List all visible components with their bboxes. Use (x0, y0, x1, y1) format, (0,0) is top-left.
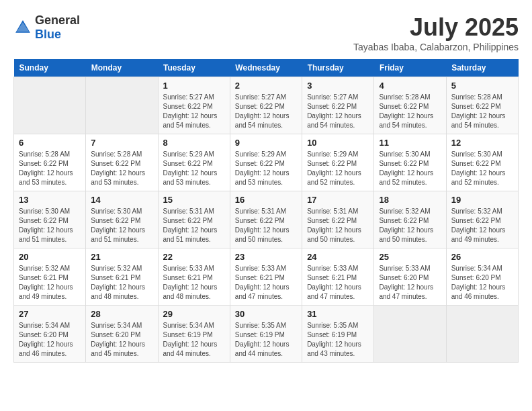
logo-blue: Blue (35, 28, 61, 41)
day-number: 2 (235, 81, 297, 91)
day-number: 15 (163, 195, 225, 205)
title-block: July 2025 Tayabas Ibaba, Calabarzon, Phi… (353, 13, 519, 52)
calendar-cell: 20Sunrise: 5:32 AM Sunset: 6:21 PM Dayli… (14, 248, 86, 306)
day-info: Sunrise: 5:34 AM Sunset: 6:20 PM Dayligh… (451, 264, 513, 302)
page-header: General Blue July 2025 Tayabas Ibaba, Ca… (13, 13, 519, 52)
calendar-cell: 10Sunrise: 5:29 AM Sunset: 6:22 PM Dayli… (302, 134, 374, 191)
day-info: Sunrise: 5:33 AM Sunset: 6:21 PM Dayligh… (307, 264, 369, 302)
calendar-cell: 16Sunrise: 5:31 AM Sunset: 6:22 PM Dayli… (230, 191, 302, 248)
day-of-week-header: Friday (374, 59, 446, 77)
calendar-week-row: 6Sunrise: 5:28 AM Sunset: 6:22 PM Daylig… (14, 134, 519, 191)
day-of-week-header: Wednesday (230, 59, 302, 77)
day-info: Sunrise: 5:35 AM Sunset: 6:19 PM Dayligh… (235, 321, 297, 359)
main-title: July 2025 (353, 13, 519, 42)
logo-general: General (35, 13, 80, 27)
day-of-week-header: Saturday (446, 59, 518, 77)
calendar-week-row: 27Sunrise: 5:34 AM Sunset: 6:20 PM Dayli… (14, 306, 519, 363)
day-number: 3 (307, 81, 369, 91)
calendar-week-row: 13Sunrise: 5:30 AM Sunset: 6:22 PM Dayli… (14, 191, 519, 248)
calendar-cell: 21Sunrise: 5:32 AM Sunset: 6:21 PM Dayli… (86, 248, 158, 306)
day-info: Sunrise: 5:32 AM Sunset: 6:22 PM Dayligh… (379, 207, 441, 244)
calendar-cell: 23Sunrise: 5:33 AM Sunset: 6:21 PM Dayli… (230, 248, 302, 306)
day-info: Sunrise: 5:33 AM Sunset: 6:20 PM Dayligh… (379, 264, 441, 302)
calendar-cell: 13Sunrise: 5:30 AM Sunset: 6:22 PM Dayli… (14, 191, 86, 248)
day-of-week-header: Thursday (302, 59, 374, 77)
day-of-week-header: Sunday (14, 59, 86, 77)
day-number: 26 (451, 252, 513, 262)
calendar-cell: 6Sunrise: 5:28 AM Sunset: 6:22 PM Daylig… (14, 134, 86, 191)
subtitle: Tayabas Ibaba, Calabarzon, Philippines (353, 42, 519, 52)
day-info: Sunrise: 5:28 AM Sunset: 6:22 PM Dayligh… (91, 150, 152, 187)
day-number: 9 (235, 138, 297, 148)
day-info: Sunrise: 5:29 AM Sunset: 6:22 PM Dayligh… (163, 150, 225, 187)
day-number: 25 (379, 252, 441, 262)
calendar-cell: 3Sunrise: 5:27 AM Sunset: 6:22 PM Daylig… (302, 77, 374, 134)
calendar-cell: 15Sunrise: 5:31 AM Sunset: 6:22 PM Dayli… (158, 191, 230, 248)
day-info: Sunrise: 5:30 AM Sunset: 6:22 PM Dayligh… (19, 207, 81, 244)
calendar-cell (446, 306, 518, 363)
day-info: Sunrise: 5:34 AM Sunset: 6:19 PM Dayligh… (163, 321, 225, 359)
calendar-cell: 26Sunrise: 5:34 AM Sunset: 6:20 PM Dayli… (446, 248, 518, 306)
calendar-cell: 28Sunrise: 5:34 AM Sunset: 6:20 PM Dayli… (86, 306, 158, 363)
day-number: 30 (235, 309, 297, 319)
day-info: Sunrise: 5:30 AM Sunset: 6:22 PM Dayligh… (451, 150, 513, 187)
day-info: Sunrise: 5:29 AM Sunset: 6:22 PM Dayligh… (307, 150, 369, 187)
day-number: 4 (379, 81, 441, 91)
day-info: Sunrise: 5:32 AM Sunset: 6:21 PM Dayligh… (91, 264, 152, 302)
calendar-cell: 9Sunrise: 5:29 AM Sunset: 6:22 PM Daylig… (230, 134, 302, 191)
day-number: 22 (163, 252, 225, 262)
day-number: 1 (163, 81, 225, 91)
calendar-cell (374, 306, 446, 363)
calendar-cell: 5Sunrise: 5:28 AM Sunset: 6:22 PM Daylig… (446, 77, 518, 134)
day-info: Sunrise: 5:31 AM Sunset: 6:22 PM Dayligh… (235, 207, 297, 244)
calendar-cell: 8Sunrise: 5:29 AM Sunset: 6:22 PM Daylig… (158, 134, 230, 191)
calendar-cell: 22Sunrise: 5:33 AM Sunset: 6:21 PM Dayli… (158, 248, 230, 306)
day-number: 20 (19, 252, 81, 262)
day-number: 8 (163, 138, 225, 148)
day-number: 29 (163, 309, 225, 319)
day-number: 5 (451, 81, 513, 91)
calendar-cell: 25Sunrise: 5:33 AM Sunset: 6:20 PM Dayli… (374, 248, 446, 306)
day-number: 7 (91, 138, 152, 148)
day-info: Sunrise: 5:32 AM Sunset: 6:21 PM Dayligh… (19, 264, 81, 302)
day-number: 17 (307, 195, 369, 205)
calendar-cell: 19Sunrise: 5:32 AM Sunset: 6:22 PM Dayli… (446, 191, 518, 248)
day-info: Sunrise: 5:32 AM Sunset: 6:22 PM Dayligh… (451, 207, 513, 244)
day-info: Sunrise: 5:27 AM Sunset: 6:22 PM Dayligh… (235, 93, 297, 130)
day-info: Sunrise: 5:28 AM Sunset: 6:22 PM Dayligh… (379, 93, 441, 130)
day-info: Sunrise: 5:27 AM Sunset: 6:22 PM Dayligh… (307, 93, 369, 130)
day-number: 19 (451, 195, 513, 205)
day-info: Sunrise: 5:28 AM Sunset: 6:22 PM Dayligh… (19, 150, 81, 187)
calendar-cell: 30Sunrise: 5:35 AM Sunset: 6:19 PM Dayli… (230, 306, 302, 363)
day-number: 10 (307, 138, 369, 148)
calendar-cell: 12Sunrise: 5:30 AM Sunset: 6:22 PM Dayli… (446, 134, 518, 191)
calendar-cell: 27Sunrise: 5:34 AM Sunset: 6:20 PM Dayli… (14, 306, 86, 363)
day-info: Sunrise: 5:30 AM Sunset: 6:22 PM Dayligh… (379, 150, 441, 187)
calendar-cell: 24Sunrise: 5:33 AM Sunset: 6:21 PM Dayli… (302, 248, 374, 306)
day-of-week-header: Tuesday (158, 59, 230, 77)
calendar-cell: 17Sunrise: 5:31 AM Sunset: 6:22 PM Dayli… (302, 191, 374, 248)
day-number: 11 (379, 138, 441, 148)
calendar-cell (86, 77, 158, 134)
logo-icon (13, 18, 32, 37)
day-info: Sunrise: 5:33 AM Sunset: 6:21 PM Dayligh… (163, 264, 225, 302)
calendar-table: SundayMondayTuesdayWednesdayThursdayFrid… (13, 59, 519, 363)
day-number: 27 (19, 309, 81, 319)
calendar-cell: 1Sunrise: 5:27 AM Sunset: 6:22 PM Daylig… (158, 77, 230, 134)
calendar-cell: 14Sunrise: 5:30 AM Sunset: 6:22 PM Dayli… (86, 191, 158, 248)
calendar-cell (14, 77, 86, 134)
day-info: Sunrise: 5:29 AM Sunset: 6:22 PM Dayligh… (235, 150, 297, 187)
day-number: 23 (235, 252, 297, 262)
calendar-cell: 29Sunrise: 5:34 AM Sunset: 6:19 PM Dayli… (158, 306, 230, 363)
day-number: 12 (451, 138, 513, 148)
day-info: Sunrise: 5:30 AM Sunset: 6:22 PM Dayligh… (91, 207, 152, 244)
day-number: 14 (91, 195, 152, 205)
day-number: 13 (19, 195, 81, 205)
calendar-week-row: 20Sunrise: 5:32 AM Sunset: 6:21 PM Dayli… (14, 248, 519, 306)
logo: General Blue (13, 13, 80, 42)
day-number: 21 (91, 252, 152, 262)
svg-marker-1 (17, 22, 30, 32)
day-info: Sunrise: 5:34 AM Sunset: 6:20 PM Dayligh… (19, 321, 81, 359)
calendar-cell: 31Sunrise: 5:35 AM Sunset: 6:19 PM Dayli… (302, 306, 374, 363)
day-info: Sunrise: 5:34 AM Sunset: 6:20 PM Dayligh… (91, 321, 152, 359)
